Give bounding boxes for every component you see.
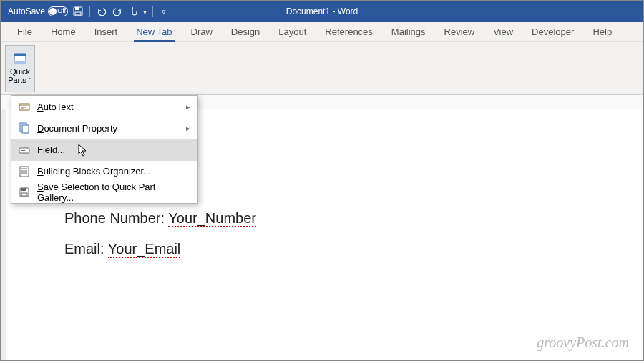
window-title: Document1 - Word [286, 6, 358, 16]
save-icon [19, 187, 30, 198]
svg-rect-2 [75, 12, 81, 15]
chevron-down-icon[interactable]: ▾ [143, 8, 147, 16]
docprop-icon [19, 122, 30, 134]
quick-parts-label-1: Quick [10, 67, 30, 76]
autosave-toggle[interactable]: AutoSave Off [8, 6, 68, 16]
menu-item-label: AutoText [37, 102, 74, 112]
tab-home[interactable]: Home [42, 22, 85, 41]
tab-help[interactable]: Help [583, 22, 621, 41]
tab-insert[interactable]: Insert [85, 22, 127, 41]
field-value[interactable]: Your_Number [168, 210, 256, 227]
svg-rect-1 [75, 7, 79, 10]
tab-review[interactable]: Review [435, 22, 484, 41]
ribbon-tabs: FileHomeInsertNew TabDrawDesignLayoutRef… [1, 22, 643, 42]
menu-item-label: Save Selection to Quick Part Gallery... [37, 182, 190, 203]
svg-rect-11 [20, 167, 29, 177]
menu-item-document-property[interactable]: Document Property▸ [11, 117, 197, 139]
chevron-right-icon: ▸ [186, 102, 190, 112]
svg-rect-13 [21, 188, 26, 191]
touch-mode-icon[interactable] [127, 6, 139, 17]
qat-separator [152, 6, 153, 17]
tab-new-tab[interactable]: New Tab [127, 22, 181, 41]
chevron-down-icon: ˅ [29, 77, 32, 84]
watermark: groovyPost.com [537, 335, 629, 351]
menu-item-field[interactable]: Field... [11, 139, 197, 160]
menu-item-label: Building Blocks Organizer... [37, 166, 151, 177]
tab-design[interactable]: Design [222, 22, 269, 41]
quick-parts-icon [14, 53, 26, 64]
quick-parts-button[interactable]: Quick Parts ˅ [5, 45, 35, 92]
menu-item-label: Document Property [37, 123, 117, 134]
undo-icon[interactable] [96, 6, 107, 17]
qat-overflow[interactable]: ▿ [159, 7, 169, 16]
quick-parts-label-2: Parts [8, 76, 26, 84]
menu-item-label: Field... [37, 144, 65, 155]
tab-developer[interactable]: Developer [522, 22, 583, 41]
redo-icon[interactable] [112, 6, 123, 17]
svg-rect-6 [14, 61, 26, 64]
ribbon: Quick Parts ˅ [1, 42, 643, 95]
toggle-switch[interactable]: Off [48, 6, 68, 16]
blocks-icon [19, 166, 30, 177]
quick-parts-menu: AutoText▸Document Property▸Field...Build… [11, 95, 198, 204]
field-value[interactable]: Your_Email [108, 241, 181, 258]
tab-draw[interactable]: Draw [182, 22, 222, 41]
svg-rect-5 [14, 54, 26, 56]
save-icon[interactable] [72, 6, 84, 17]
tab-mailings[interactable]: Mailings [382, 22, 435, 41]
field-label: Phone Number: [64, 210, 168, 226]
tab-view[interactable]: View [484, 22, 522, 41]
field-label: Email: [64, 241, 108, 257]
tab-layout[interactable]: Layout [269, 22, 316, 41]
svg-point-3 [132, 7, 133, 9]
menu-item-building-blocks-organizer[interactable]: Building Blocks Organizer... [11, 160, 197, 182]
autosave-label: AutoSave [8, 6, 45, 16]
field-icon [19, 144, 30, 156]
autotext-icon [19, 101, 30, 112]
title-bar: AutoSave Off ▾ ▿ Document1 - Word [1, 1, 643, 22]
svg-rect-9 [22, 125, 29, 133]
menu-item-autotext[interactable]: AutoText▸ [11, 96, 197, 117]
tab-references[interactable]: References [316, 22, 381, 41]
page-edge [1, 109, 6, 361]
menu-item-save-selection-to-quick-part-gallery[interactable]: Save Selection to Quick Part Gallery... [11, 182, 197, 203]
qat-separator [89, 6, 90, 17]
document-line[interactable]: Phone Number: Your_Number [64, 210, 580, 227]
chevron-right-icon: ▸ [186, 124, 190, 133]
document-line[interactable]: Email: Your_Email [64, 241, 580, 257]
tab-file[interactable]: File [8, 22, 42, 41]
